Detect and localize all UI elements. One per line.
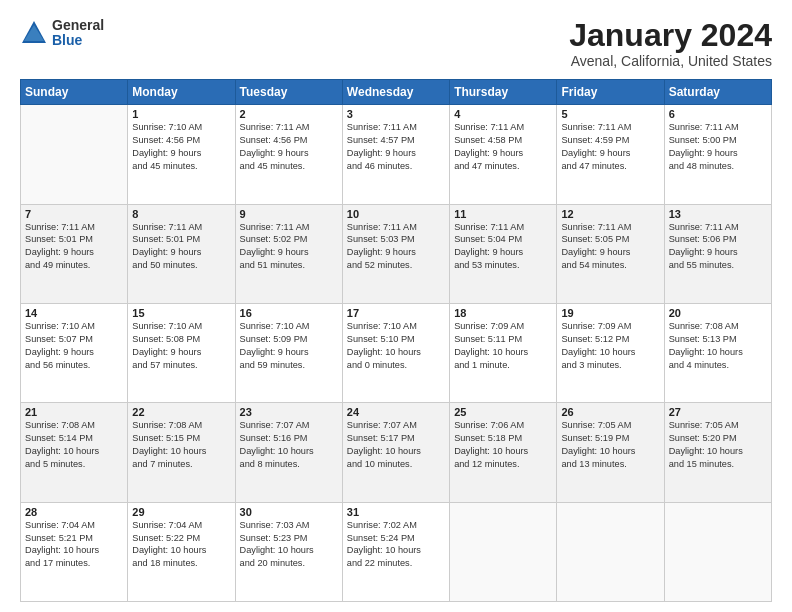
day-number: 19 bbox=[561, 307, 659, 319]
day-number: 10 bbox=[347, 208, 445, 220]
logo-blue-text: Blue bbox=[52, 33, 104, 48]
day-info: Sunrise: 7:10 AM Sunset: 5:10 PM Dayligh… bbox=[347, 320, 445, 372]
logo-general-text: General bbox=[52, 18, 104, 33]
col-friday: Friday bbox=[557, 80, 664, 105]
day-info: Sunrise: 7:11 AM Sunset: 5:00 PM Dayligh… bbox=[669, 121, 767, 173]
day-info: Sunrise: 7:11 AM Sunset: 5:03 PM Dayligh… bbox=[347, 221, 445, 273]
day-number: 29 bbox=[132, 506, 230, 518]
day-number: 11 bbox=[454, 208, 552, 220]
day-info: Sunrise: 7:11 AM Sunset: 5:01 PM Dayligh… bbox=[25, 221, 123, 273]
day-info: Sunrise: 7:09 AM Sunset: 5:12 PM Dayligh… bbox=[561, 320, 659, 372]
calendar-day: 20Sunrise: 7:08 AM Sunset: 5:13 PM Dayli… bbox=[664, 303, 771, 402]
calendar-week-4: 21Sunrise: 7:08 AM Sunset: 5:14 PM Dayli… bbox=[21, 403, 772, 502]
calendar-day: 6Sunrise: 7:11 AM Sunset: 5:00 PM Daylig… bbox=[664, 105, 771, 204]
calendar-day: 14Sunrise: 7:10 AM Sunset: 5:07 PM Dayli… bbox=[21, 303, 128, 402]
calendar-day: 26Sunrise: 7:05 AM Sunset: 5:19 PM Dayli… bbox=[557, 403, 664, 502]
calendar-location: Avenal, California, United States bbox=[569, 53, 772, 69]
col-saturday: Saturday bbox=[664, 80, 771, 105]
day-info: Sunrise: 7:05 AM Sunset: 5:20 PM Dayligh… bbox=[669, 419, 767, 471]
page: General Blue January 2024 Avenal, Califo… bbox=[0, 0, 792, 612]
day-info: Sunrise: 7:09 AM Sunset: 5:11 PM Dayligh… bbox=[454, 320, 552, 372]
day-number: 28 bbox=[25, 506, 123, 518]
calendar-day: 9Sunrise: 7:11 AM Sunset: 5:02 PM Daylig… bbox=[235, 204, 342, 303]
day-number: 15 bbox=[132, 307, 230, 319]
day-number: 30 bbox=[240, 506, 338, 518]
calendar-day: 1Sunrise: 7:10 AM Sunset: 4:56 PM Daylig… bbox=[128, 105, 235, 204]
day-info: Sunrise: 7:08 AM Sunset: 5:14 PM Dayligh… bbox=[25, 419, 123, 471]
calendar-day: 19Sunrise: 7:09 AM Sunset: 5:12 PM Dayli… bbox=[557, 303, 664, 402]
day-info: Sunrise: 7:07 AM Sunset: 5:16 PM Dayligh… bbox=[240, 419, 338, 471]
day-info: Sunrise: 7:11 AM Sunset: 5:05 PM Dayligh… bbox=[561, 221, 659, 273]
day-number: 1 bbox=[132, 108, 230, 120]
day-number: 4 bbox=[454, 108, 552, 120]
calendar-day bbox=[664, 502, 771, 601]
day-number: 12 bbox=[561, 208, 659, 220]
logo: General Blue bbox=[20, 18, 104, 49]
calendar-day: 28Sunrise: 7:04 AM Sunset: 5:21 PM Dayli… bbox=[21, 502, 128, 601]
day-info: Sunrise: 7:10 AM Sunset: 5:09 PM Dayligh… bbox=[240, 320, 338, 372]
logo-icon bbox=[20, 19, 48, 47]
calendar-day bbox=[557, 502, 664, 601]
day-number: 31 bbox=[347, 506, 445, 518]
calendar-week-5: 28Sunrise: 7:04 AM Sunset: 5:21 PM Dayli… bbox=[21, 502, 772, 601]
day-number: 27 bbox=[669, 406, 767, 418]
day-number: 22 bbox=[132, 406, 230, 418]
calendar-day: 17Sunrise: 7:10 AM Sunset: 5:10 PM Dayli… bbox=[342, 303, 449, 402]
day-info: Sunrise: 7:07 AM Sunset: 5:17 PM Dayligh… bbox=[347, 419, 445, 471]
day-info: Sunrise: 7:10 AM Sunset: 5:08 PM Dayligh… bbox=[132, 320, 230, 372]
calendar-day bbox=[21, 105, 128, 204]
calendar-week-3: 14Sunrise: 7:10 AM Sunset: 5:07 PM Dayli… bbox=[21, 303, 772, 402]
day-info: Sunrise: 7:10 AM Sunset: 4:56 PM Dayligh… bbox=[132, 121, 230, 173]
day-number: 13 bbox=[669, 208, 767, 220]
day-number: 7 bbox=[25, 208, 123, 220]
col-wednesday: Wednesday bbox=[342, 80, 449, 105]
day-number: 2 bbox=[240, 108, 338, 120]
day-info: Sunrise: 7:11 AM Sunset: 4:58 PM Dayligh… bbox=[454, 121, 552, 173]
day-number: 25 bbox=[454, 406, 552, 418]
col-sunday: Sunday bbox=[21, 80, 128, 105]
day-info: Sunrise: 7:08 AM Sunset: 5:15 PM Dayligh… bbox=[132, 419, 230, 471]
calendar-day: 21Sunrise: 7:08 AM Sunset: 5:14 PM Dayli… bbox=[21, 403, 128, 502]
day-info: Sunrise: 7:02 AM Sunset: 5:24 PM Dayligh… bbox=[347, 519, 445, 571]
calendar-week-1: 1Sunrise: 7:10 AM Sunset: 4:56 PM Daylig… bbox=[21, 105, 772, 204]
calendar-day: 24Sunrise: 7:07 AM Sunset: 5:17 PM Dayli… bbox=[342, 403, 449, 502]
calendar-day: 8Sunrise: 7:11 AM Sunset: 5:01 PM Daylig… bbox=[128, 204, 235, 303]
calendar-day: 4Sunrise: 7:11 AM Sunset: 4:58 PM Daylig… bbox=[450, 105, 557, 204]
svg-marker-1 bbox=[24, 25, 44, 41]
calendar-day: 22Sunrise: 7:08 AM Sunset: 5:15 PM Dayli… bbox=[128, 403, 235, 502]
day-info: Sunrise: 7:11 AM Sunset: 5:02 PM Dayligh… bbox=[240, 221, 338, 273]
day-info: Sunrise: 7:11 AM Sunset: 5:04 PM Dayligh… bbox=[454, 221, 552, 273]
calendar-day: 7Sunrise: 7:11 AM Sunset: 5:01 PM Daylig… bbox=[21, 204, 128, 303]
col-tuesday: Tuesday bbox=[235, 80, 342, 105]
calendar-day: 31Sunrise: 7:02 AM Sunset: 5:24 PM Dayli… bbox=[342, 502, 449, 601]
day-number: 23 bbox=[240, 406, 338, 418]
day-info: Sunrise: 7:08 AM Sunset: 5:13 PM Dayligh… bbox=[669, 320, 767, 372]
day-number: 21 bbox=[25, 406, 123, 418]
day-info: Sunrise: 7:11 AM Sunset: 4:56 PM Dayligh… bbox=[240, 121, 338, 173]
day-number: 18 bbox=[454, 307, 552, 319]
calendar-day: 27Sunrise: 7:05 AM Sunset: 5:20 PM Dayli… bbox=[664, 403, 771, 502]
day-info: Sunrise: 7:04 AM Sunset: 5:22 PM Dayligh… bbox=[132, 519, 230, 571]
day-info: Sunrise: 7:11 AM Sunset: 4:59 PM Dayligh… bbox=[561, 121, 659, 173]
day-number: 8 bbox=[132, 208, 230, 220]
day-number: 14 bbox=[25, 307, 123, 319]
col-monday: Monday bbox=[128, 80, 235, 105]
col-thursday: Thursday bbox=[450, 80, 557, 105]
calendar-day bbox=[450, 502, 557, 601]
logo-text: General Blue bbox=[52, 18, 104, 49]
day-info: Sunrise: 7:11 AM Sunset: 5:01 PM Dayligh… bbox=[132, 221, 230, 273]
day-number: 9 bbox=[240, 208, 338, 220]
day-number: 16 bbox=[240, 307, 338, 319]
day-number: 5 bbox=[561, 108, 659, 120]
calendar-day: 30Sunrise: 7:03 AM Sunset: 5:23 PM Dayli… bbox=[235, 502, 342, 601]
calendar-day: 3Sunrise: 7:11 AM Sunset: 4:57 PM Daylig… bbox=[342, 105, 449, 204]
calendar-day: 18Sunrise: 7:09 AM Sunset: 5:11 PM Dayli… bbox=[450, 303, 557, 402]
calendar-day: 10Sunrise: 7:11 AM Sunset: 5:03 PM Dayli… bbox=[342, 204, 449, 303]
calendar-day: 2Sunrise: 7:11 AM Sunset: 4:56 PM Daylig… bbox=[235, 105, 342, 204]
day-number: 20 bbox=[669, 307, 767, 319]
day-number: 6 bbox=[669, 108, 767, 120]
day-info: Sunrise: 7:11 AM Sunset: 4:57 PM Dayligh… bbox=[347, 121, 445, 173]
calendar-day: 5Sunrise: 7:11 AM Sunset: 4:59 PM Daylig… bbox=[557, 105, 664, 204]
calendar-table: Sunday Monday Tuesday Wednesday Thursday… bbox=[20, 79, 772, 602]
day-number: 24 bbox=[347, 406, 445, 418]
